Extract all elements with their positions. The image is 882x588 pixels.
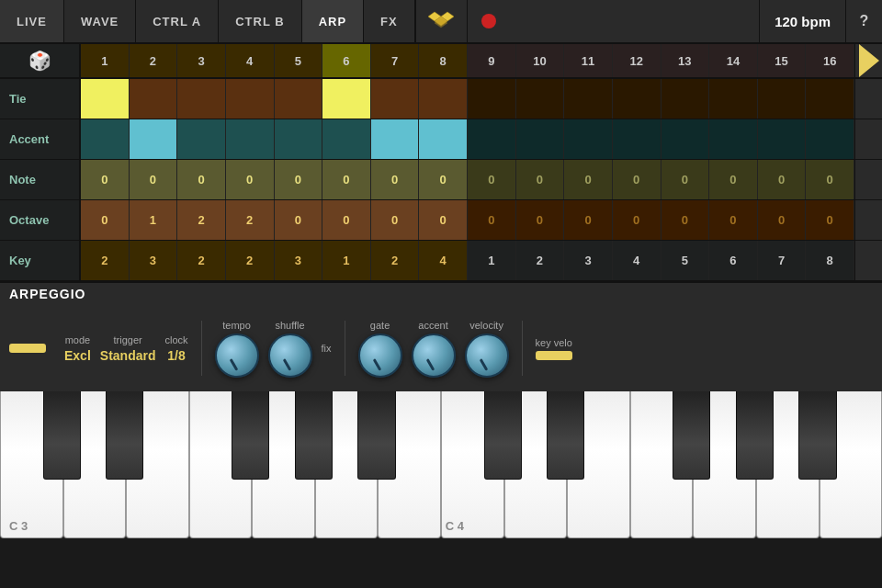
key-step-16[interactable]: 8 — [806, 241, 854, 280]
accent-step-9[interactable] — [468, 119, 516, 159]
accent-step-10[interactable] — [516, 119, 565, 159]
note-step-12[interactable]: 0 — [613, 160, 662, 199]
tab-arp[interactable]: ARP — [302, 0, 364, 42]
black-key-10[interactable] — [673, 391, 710, 480]
black-key-7[interactable] — [484, 391, 522, 480]
tie-step-7[interactable] — [371, 79, 420, 119]
tab-live[interactable]: LIVE — [0, 0, 64, 42]
note-step-9[interactable]: 0 — [468, 160, 516, 199]
black-key-11[interactable] — [736, 391, 774, 480]
key-step-6[interactable]: 1 — [322, 241, 371, 280]
tie-step-2[interactable] — [130, 79, 178, 119]
step-num-8[interactable]: 8 — [419, 44, 468, 77]
octave-step-7[interactable]: 0 — [371, 200, 420, 240]
shuffle-knob[interactable] — [268, 334, 312, 378]
black-key-4[interactable] — [295, 391, 333, 480]
arp-mode-bar[interactable] — [9, 344, 46, 353]
key-step-2[interactable]: 3 — [130, 241, 178, 280]
octave-step-2[interactable]: 1 — [130, 200, 178, 240]
accent-step-8[interactable] — [419, 119, 468, 159]
note-step-16[interactable]: 0 — [806, 160, 854, 199]
black-key-5[interactable] — [357, 391, 395, 480]
tie-step-11[interactable] — [564, 79, 613, 119]
note-step-11[interactable]: 0 — [564, 160, 613, 199]
octave-step-13[interactable]: 0 — [662, 200, 710, 240]
accent-step-2[interactable] — [130, 119, 178, 159]
step-num-14[interactable]: 14 — [709, 44, 758, 77]
octave-step-8[interactable]: 0 — [419, 200, 468, 240]
tie-step-8[interactable] — [419, 79, 468, 119]
step-num-12[interactable]: 12 — [613, 44, 662, 77]
note-step-7[interactable]: 0 — [371, 160, 420, 199]
note-step-2[interactable]: 0 — [130, 160, 178, 199]
key-step-1[interactable]: 2 — [81, 241, 130, 280]
octave-step-11[interactable]: 0 — [564, 200, 613, 240]
step-num-13[interactable]: 13 — [662, 44, 710, 77]
key-step-4[interactable]: 2 — [226, 241, 275, 280]
key-step-8[interactable]: 4 — [419, 241, 468, 280]
octave-step-3[interactable]: 2 — [177, 200, 226, 240]
tie-step-1[interactable] — [81, 79, 130, 119]
clock-value[interactable]: 1/8 — [167, 348, 185, 363]
key-step-11[interactable]: 3 — [564, 241, 613, 280]
black-key-1[interactable] — [106, 391, 143, 480]
tempo-knob[interactable] — [215, 334, 259, 378]
octave-step-14[interactable]: 0 — [709, 200, 758, 240]
step-num-10[interactable]: 10 — [516, 44, 565, 77]
tie-step-6[interactable] — [322, 79, 371, 119]
tab-ctrla[interactable]: CTRL A — [136, 0, 219, 42]
key-step-13[interactable]: 5 — [662, 241, 710, 280]
accent-step-12[interactable] — [613, 119, 662, 159]
help-button[interactable]: ? — [845, 0, 882, 42]
step-num-1[interactable]: 1 — [81, 44, 130, 77]
key-step-15[interactable]: 7 — [758, 241, 807, 280]
accent-step-13[interactable] — [662, 119, 710, 159]
accent-step-11[interactable] — [564, 119, 613, 159]
key-step-5[interactable]: 3 — [275, 241, 323, 280]
octave-step-1[interactable]: 0 — [81, 200, 130, 240]
accent-step-7[interactable] — [371, 119, 420, 159]
note-step-4[interactable]: 0 — [226, 160, 275, 199]
step-num-11[interactable]: 11 — [564, 44, 613, 77]
octave-step-16[interactable]: 0 — [806, 200, 854, 240]
black-key-0[interactable] — [43, 391, 81, 480]
accent-step-15[interactable] — [758, 119, 807, 159]
tie-step-16[interactable] — [806, 79, 854, 119]
note-step-15[interactable]: 0 — [758, 160, 807, 199]
key-step-12[interactable]: 4 — [613, 241, 662, 280]
tie-step-12[interactable] — [613, 79, 662, 119]
note-step-1[interactable]: 0 — [81, 160, 130, 199]
key-step-9[interactable]: 1 — [468, 241, 516, 280]
dice-button[interactable]: 🎲 — [0, 44, 81, 77]
step-num-15[interactable]: 15 — [758, 44, 807, 77]
nav-record-button[interactable] — [467, 0, 511, 42]
octave-step-5[interactable]: 0 — [275, 200, 323, 240]
note-step-5[interactable]: 0 — [275, 160, 323, 199]
octave-step-9[interactable]: 0 — [468, 200, 516, 240]
note-step-8[interactable]: 0 — [419, 160, 468, 199]
bpm-display[interactable]: 120 bpm — [759, 0, 845, 42]
key-step-3[interactable]: 2 — [177, 241, 226, 280]
velocity-knob[interactable] — [465, 334, 509, 378]
mode-value[interactable]: Excl — [64, 348, 91, 363]
black-key-8[interactable] — [547, 391, 584, 480]
gate-knob[interactable] — [358, 334, 402, 378]
tie-step-13[interactable] — [662, 79, 710, 119]
note-step-14[interactable]: 0 — [709, 160, 758, 199]
octave-step-10[interactable]: 0 — [516, 200, 565, 240]
note-step-13[interactable]: 0 — [662, 160, 710, 199]
step-num-6[interactable]: 6 — [322, 44, 371, 77]
tab-fx[interactable]: FX — [364, 0, 415, 42]
key-velo-bar[interactable] — [536, 351, 572, 360]
accent-step-14[interactable] — [709, 119, 758, 159]
accent-step-4[interactable] — [226, 119, 275, 159]
octave-step-4[interactable]: 2 — [226, 200, 275, 240]
tie-step-3[interactable] — [177, 79, 226, 119]
accent-knob[interactable] — [412, 334, 456, 378]
step-num-9[interactable]: 9 — [468, 44, 516, 77]
accent-step-1[interactable] — [81, 119, 130, 159]
note-step-10[interactable]: 0 — [516, 160, 565, 199]
note-step-6[interactable]: 0 — [322, 160, 371, 199]
key-step-14[interactable]: 6 — [709, 241, 758, 280]
step-num-5[interactable]: 5 — [275, 44, 323, 77]
